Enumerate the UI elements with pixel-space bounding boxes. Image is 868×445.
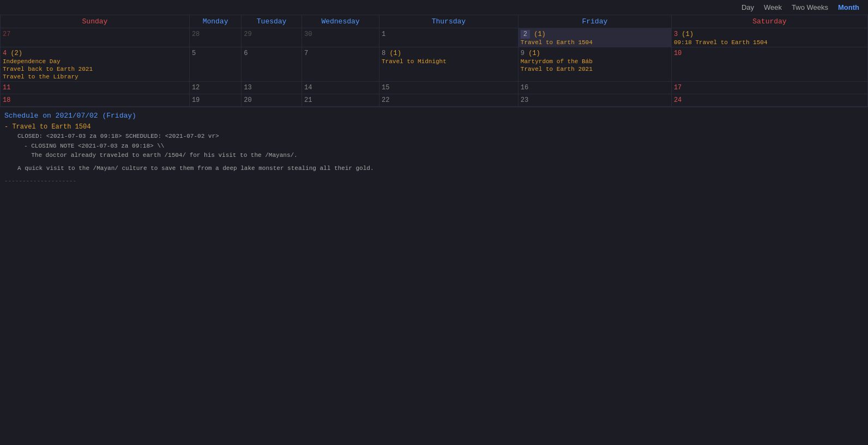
cell-num: 6 [244, 50, 299, 57]
cal-cell[interactable]: 30 [302, 28, 379, 47]
cal-cell[interactable]: 24 [671, 94, 867, 107]
cal-cell[interactable]: 27 [1, 28, 190, 47]
cell-num: 4 (2) [3, 50, 187, 57]
event[interactable]: Martyrdom of the Báb [521, 58, 669, 65]
cell-num: 29 [244, 31, 299, 38]
cell-num: 3 (1) [674, 31, 865, 38]
cal-cell[interactable]: 18 [1, 94, 190, 107]
cell-num: 19 [192, 96, 239, 104]
cal-cell[interactable]: 5 [189, 47, 241, 82]
header: Day Week Two Weeks Month [0, 0, 868, 15]
view-buttons: Day Week Two Weeks Month [737, 2, 864, 13]
view-week[interactable]: Week [760, 2, 786, 13]
next-button[interactable] [22, 7, 28, 9]
cell-num: 27 [3, 31, 187, 38]
cell-num: 12 [192, 84, 239, 92]
schedule-meta: CLOSED: <2021-07-03 za 09:18> SCHEDULED:… [17, 132, 864, 142]
event[interactable]: 09:18 Travel to Earth 1504 [674, 39, 865, 46]
col-saturday: Saturday [671, 15, 867, 28]
cell-num: 18 [3, 96, 187, 104]
nav-buttons [13, 7, 39, 9]
cell-num: 15 [382, 84, 516, 92]
view-day[interactable]: Day [737, 2, 758, 13]
schedule-note-body: The doctor already traveled to earth /15… [24, 151, 864, 161]
cal-cell[interactable]: 15 [379, 82, 518, 94]
cal-cell[interactable]: 21 [302, 94, 379, 107]
cell-num: 13 [244, 84, 299, 92]
cell-num: 17 [674, 84, 865, 92]
event[interactable]: Travel to Earth 2021 [521, 66, 669, 72]
cal-cell[interactable]: 7 [302, 47, 379, 82]
col-tuesday: Tuesday [242, 15, 302, 28]
cal-cell[interactable]: 3 (1)09:18 Travel to Earth 1504 [671, 28, 867, 47]
cal-cell[interactable]: 11 [1, 82, 190, 94]
prev-button[interactable] [13, 7, 20, 9]
cell-num: 1 [382, 31, 516, 38]
view-two-weeks[interactable]: Two Weeks [787, 2, 833, 13]
cal-cell[interactable]: 16 [518, 82, 671, 94]
cell-num: 11 [3, 84, 187, 92]
cell-num: 30 [304, 31, 377, 38]
cal-cell[interactable]: 23 [518, 94, 671, 107]
cell-num: 5 [192, 50, 239, 57]
schedule-note-label: - CLOSING NOTE <2021-07-03 za 09:18> \\ [24, 142, 864, 151]
event[interactable]: Travel to the Library [3, 74, 187, 80]
cell-num: 20 [244, 96, 299, 104]
cal-cell[interactable]: 10 [671, 47, 867, 82]
cal-cell[interactable]: 29 [242, 28, 302, 47]
cell-num: 8 (1) [382, 50, 516, 57]
cal-cell[interactable]: 9 (1)Martyrdom of the BábTravel to Earth… [518, 47, 671, 82]
cell-num: 21 [304, 96, 377, 104]
today-button[interactable] [31, 7, 39, 9]
calendar-table: Sunday Monday Tuesday Wednesday Thursday… [0, 15, 868, 107]
cell-num: 23 [521, 96, 669, 104]
event[interactable]: Independence Day [3, 58, 187, 65]
cell-num: 24 [674, 96, 865, 104]
view-month[interactable]: Month [834, 2, 864, 13]
schedule-item-title[interactable]: - Travel to Earth 1504 [4, 123, 864, 131]
col-wednesday: Wednesday [302, 15, 379, 28]
cal-cell[interactable]: 28 [189, 28, 241, 47]
cal-cell[interactable]: 14 [302, 82, 379, 94]
cell-num: 22 [382, 96, 516, 104]
cell-num: 2 (1) [521, 31, 669, 38]
col-thursday: Thursday [379, 15, 518, 28]
cal-cell[interactable]: 2 (1)Travel to Earth 1504 [518, 28, 671, 47]
schedule-divider: -------------------- [4, 178, 864, 184]
event[interactable]: Travel back to Earth 2021 [3, 66, 187, 72]
cal-cell[interactable]: 17 [671, 82, 867, 94]
cal-cell[interactable]: 19 [189, 94, 241, 107]
cal-cell[interactable]: 22 [379, 94, 518, 107]
calendar-body: 2728293012 (1)Travel to Earth 15043 (1)0… [1, 28, 868, 107]
cell-num: 9 (1) [521, 50, 669, 57]
cal-cell[interactable]: 4 (2)Independence DayTravel back to Eart… [1, 47, 190, 82]
cell-num: 28 [192, 31, 239, 38]
event[interactable]: Travel to Midnight [382, 58, 516, 65]
cell-num: 16 [521, 84, 669, 92]
cal-cell[interactable]: 13 [242, 82, 302, 94]
cal-cell[interactable]: 20 [242, 94, 302, 107]
cell-num: 14 [304, 84, 377, 92]
col-friday: Friday [518, 15, 671, 28]
cell-num: 10 [674, 50, 865, 57]
schedule-title: Schedule on 2021/07/02 (Friday) [4, 112, 864, 120]
cal-cell[interactable]: 6 [242, 47, 302, 82]
col-monday: Monday [189, 15, 241, 28]
cell-num: 7 [304, 50, 377, 57]
cal-cell[interactable]: 8 (1)Travel to Midnight [379, 47, 518, 82]
cal-cell[interactable]: 1 [379, 28, 518, 47]
schedule-desc: A quick visit to the /Mayan/ culture to … [17, 164, 864, 174]
event[interactable]: Travel to Earth 1504 [521, 39, 669, 46]
cal-cell[interactable]: 12 [189, 82, 241, 94]
col-sunday: Sunday [1, 15, 190, 28]
schedule-panel: Schedule on 2021/07/02 (Friday) - Travel… [0, 107, 868, 184]
